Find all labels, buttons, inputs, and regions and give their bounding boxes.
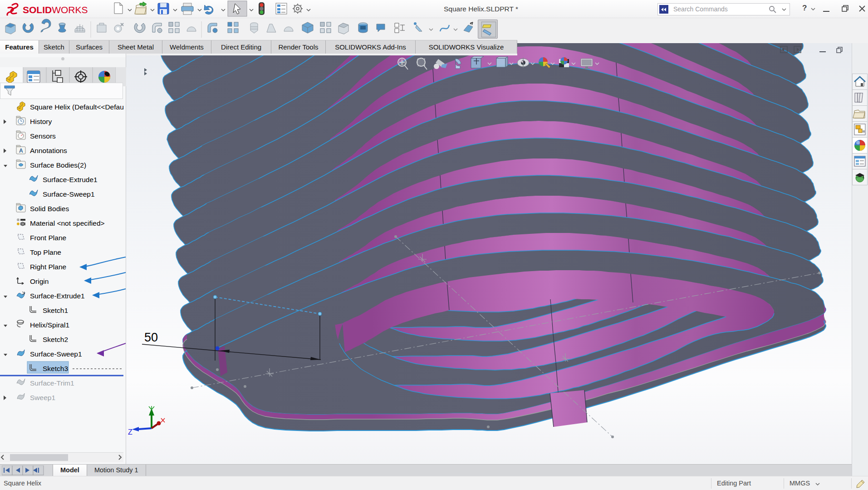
svg-text:Sweep1: Sweep1 [30, 394, 55, 401]
svg-text:Helix/Spiral1: Helix/Spiral1 [30, 321, 69, 329]
svg-text:A: A [19, 148, 23, 154]
svg-text:Sensors: Sensors [30, 132, 56, 140]
svg-text:Sketch2: Sketch2 [43, 336, 68, 343]
svg-text:Surface-Trim1: Surface-Trim1 [30, 379, 74, 387]
svg-text:50: 50 [144, 331, 158, 344]
svg-text:Square Helix (Default<<Defau: Square Helix (Default<<Defau [30, 103, 124, 111]
svg-text:Solid Bodies: Solid Bodies [30, 205, 69, 213]
svg-text:SOLIDWORKS: SOLIDWORKS [23, 5, 88, 15]
svg-text:Annotations: Annotations [30, 147, 67, 154]
svg-text:Top Plane: Top Plane [30, 248, 61, 256]
svg-text:Surface-Sweep1: Surface-Sweep1 [30, 350, 82, 358]
svg-text:Surface-Extrude1: Surface-Extrude1 [43, 176, 98, 183]
svg-text:Sketch3: Sketch3 [43, 365, 68, 372]
svg-text:History: History [30, 118, 52, 125]
svg-text:Z: Z [128, 428, 132, 436]
svg-text:Material <not specified>: Material <not specified> [30, 219, 105, 227]
svg-text:Origin: Origin [30, 277, 49, 285]
svg-text:Sketch1: Sketch1 [43, 307, 68, 314]
svg-text:Surface Bodies(2): Surface Bodies(2) [30, 161, 86, 169]
svg-text:Surface-Sweep1: Surface-Sweep1 [43, 190, 95, 198]
svg-text:Right Plane: Right Plane [30, 263, 66, 271]
svg-text:Surface-Extrude1: Surface-Extrude1 [30, 292, 85, 300]
svg-text:Front Plane: Front Plane [30, 234, 66, 242]
